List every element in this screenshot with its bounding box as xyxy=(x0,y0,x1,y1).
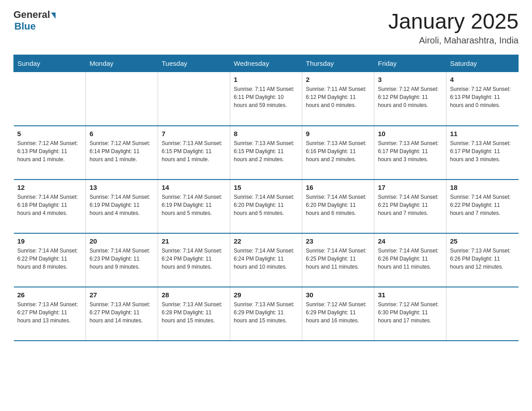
calendar-cell: 29Sunrise: 7:13 AM Sunset: 6:29 PM Dayli… xyxy=(230,287,302,341)
day-number: 1 xyxy=(234,76,298,83)
weekday-header-sunday: Sunday xyxy=(14,55,86,72)
day-info: Sunrise: 7:13 AM Sunset: 6:26 PM Dayligh… xyxy=(450,247,515,271)
calendar-cell: 4Sunrise: 7:12 AM Sunset: 6:13 PM Daylig… xyxy=(446,72,519,126)
day-number: 6 xyxy=(90,130,154,137)
day-info: Sunrise: 7:11 AM Sunset: 6:12 PM Dayligh… xyxy=(306,85,370,109)
day-info: Sunrise: 7:12 AM Sunset: 6:29 PM Dayligh… xyxy=(306,300,370,325)
calendar-cell: 19Sunrise: 7:14 AM Sunset: 6:22 PM Dayli… xyxy=(14,233,86,287)
calendar-cell: 20Sunrise: 7:14 AM Sunset: 6:23 PM Dayli… xyxy=(86,233,158,287)
calendar-cell: 3Sunrise: 7:12 AM Sunset: 6:12 PM Daylig… xyxy=(374,72,446,126)
day-number: 16 xyxy=(306,184,370,191)
calendar-cell: 24Sunrise: 7:14 AM Sunset: 6:26 PM Dayli… xyxy=(374,233,446,287)
calendar-cell xyxy=(86,72,158,126)
weekday-header-wednesday: Wednesday xyxy=(230,55,302,72)
day-number: 9 xyxy=(306,130,370,137)
day-info: Sunrise: 7:13 AM Sunset: 6:15 PM Dayligh… xyxy=(162,139,226,163)
calendar-cell: 28Sunrise: 7:13 AM Sunset: 6:28 PM Dayli… xyxy=(158,287,230,341)
day-number: 11 xyxy=(450,130,515,137)
day-info: Sunrise: 7:13 AM Sunset: 6:15 PM Dayligh… xyxy=(234,139,298,163)
day-info: Sunrise: 7:13 AM Sunset: 6:29 PM Dayligh… xyxy=(234,300,298,325)
day-number: 7 xyxy=(162,130,226,137)
day-number: 23 xyxy=(306,237,370,245)
day-number: 13 xyxy=(90,184,154,191)
day-number: 26 xyxy=(17,291,82,299)
day-info: Sunrise: 7:14 AM Sunset: 6:20 PM Dayligh… xyxy=(234,193,298,217)
day-number: 17 xyxy=(378,184,442,191)
calendar-cell: 21Sunrise: 7:14 AM Sunset: 6:24 PM Dayli… xyxy=(158,233,230,287)
day-info: Sunrise: 7:14 AM Sunset: 6:25 PM Dayligh… xyxy=(306,247,370,271)
day-number: 28 xyxy=(162,291,226,299)
day-info: Sunrise: 7:12 AM Sunset: 6:13 PM Dayligh… xyxy=(450,85,515,109)
calendar-cell: 14Sunrise: 7:14 AM Sunset: 6:19 PM Dayli… xyxy=(158,180,230,233)
day-info: Sunrise: 7:14 AM Sunset: 6:19 PM Dayligh… xyxy=(90,193,154,217)
logo-blue-text: Blue xyxy=(14,21,36,32)
weekday-header-saturday: Saturday xyxy=(446,55,519,72)
calendar-cell xyxy=(14,72,86,126)
week-row-1: 1Sunrise: 7:11 AM Sunset: 6:11 PM Daylig… xyxy=(14,72,519,126)
calendar-cell: 2Sunrise: 7:11 AM Sunset: 6:12 PM Daylig… xyxy=(302,72,374,126)
calendar-cell: 5Sunrise: 7:12 AM Sunset: 6:13 PM Daylig… xyxy=(14,126,86,180)
day-info: Sunrise: 7:14 AM Sunset: 6:26 PM Dayligh… xyxy=(378,247,442,271)
day-number: 2 xyxy=(306,76,370,83)
logo: General Blue xyxy=(13,9,56,32)
day-number: 3 xyxy=(378,76,442,83)
day-info: Sunrise: 7:12 AM Sunset: 6:14 PM Dayligh… xyxy=(90,139,154,163)
day-info: Sunrise: 7:13 AM Sunset: 6:16 PM Dayligh… xyxy=(306,139,370,163)
day-number: 10 xyxy=(378,130,442,137)
day-info: Sunrise: 7:14 AM Sunset: 6:19 PM Dayligh… xyxy=(162,193,226,217)
calendar-cell: 13Sunrise: 7:14 AM Sunset: 6:19 PM Dayli… xyxy=(86,180,158,233)
day-number: 14 xyxy=(162,184,226,191)
day-info: Sunrise: 7:14 AM Sunset: 6:24 PM Dayligh… xyxy=(234,247,298,271)
day-number: 19 xyxy=(17,237,82,245)
calendar-cell: 30Sunrise: 7:12 AM Sunset: 6:29 PM Dayli… xyxy=(302,287,374,341)
calendar-cell xyxy=(446,287,519,341)
day-info: Sunrise: 7:14 AM Sunset: 6:22 PM Dayligh… xyxy=(17,247,82,271)
calendar-subtitle: Airoli, Maharashtra, India xyxy=(388,35,519,46)
calendar-cell: 6Sunrise: 7:12 AM Sunset: 6:14 PM Daylig… xyxy=(86,126,158,180)
day-number: 18 xyxy=(450,184,515,191)
day-info: Sunrise: 7:14 AM Sunset: 6:21 PM Dayligh… xyxy=(378,193,442,217)
day-number: 31 xyxy=(378,291,442,299)
calendar-cell: 31Sunrise: 7:12 AM Sunset: 6:30 PM Dayli… xyxy=(374,287,446,341)
calendar-cell: 23Sunrise: 7:14 AM Sunset: 6:25 PM Dayli… xyxy=(302,233,374,287)
calendar-cell: 25Sunrise: 7:13 AM Sunset: 6:26 PM Dayli… xyxy=(446,233,519,287)
week-row-5: 26Sunrise: 7:13 AM Sunset: 6:27 PM Dayli… xyxy=(14,287,519,341)
calendar-cell: 22Sunrise: 7:14 AM Sunset: 6:24 PM Dayli… xyxy=(230,233,302,287)
week-row-3: 12Sunrise: 7:14 AM Sunset: 6:18 PM Dayli… xyxy=(14,180,519,233)
calendar-cell: 18Sunrise: 7:14 AM Sunset: 6:22 PM Dayli… xyxy=(446,180,519,233)
day-number: 8 xyxy=(234,130,298,137)
calendar-cell xyxy=(158,72,230,126)
weekday-header-thursday: Thursday xyxy=(302,55,374,72)
day-number: 12 xyxy=(17,184,82,191)
calendar-title: January 2025 xyxy=(388,9,519,34)
day-number: 27 xyxy=(90,291,154,299)
day-info: Sunrise: 7:14 AM Sunset: 6:22 PM Dayligh… xyxy=(450,193,515,217)
day-info: Sunrise: 7:13 AM Sunset: 6:28 PM Dayligh… xyxy=(162,300,226,325)
week-row-2: 5Sunrise: 7:12 AM Sunset: 6:13 PM Daylig… xyxy=(14,126,519,180)
day-info: Sunrise: 7:13 AM Sunset: 6:17 PM Dayligh… xyxy=(450,139,515,163)
weekday-header-tuesday: Tuesday xyxy=(158,55,230,72)
calendar-cell: 10Sunrise: 7:13 AM Sunset: 6:17 PM Dayli… xyxy=(374,126,446,180)
calendar-cell: 7Sunrise: 7:13 AM Sunset: 6:15 PM Daylig… xyxy=(158,126,230,180)
day-info: Sunrise: 7:13 AM Sunset: 6:27 PM Dayligh… xyxy=(17,300,82,325)
calendar-cell: 16Sunrise: 7:14 AM Sunset: 6:20 PM Dayli… xyxy=(302,180,374,233)
calendar-cell: 11Sunrise: 7:13 AM Sunset: 6:17 PM Dayli… xyxy=(446,126,519,180)
day-info: Sunrise: 7:14 AM Sunset: 6:23 PM Dayligh… xyxy=(90,247,154,271)
day-info: Sunrise: 7:14 AM Sunset: 6:20 PM Dayligh… xyxy=(306,193,370,217)
logo-arrow-icon xyxy=(51,13,56,19)
weekday-header-monday: Monday xyxy=(86,55,158,72)
calendar-table: SundayMondayTuesdayWednesdayThursdayFrid… xyxy=(13,55,519,341)
day-number: 24 xyxy=(378,237,442,245)
calendar-cell: 27Sunrise: 7:13 AM Sunset: 6:27 PM Dayli… xyxy=(86,287,158,341)
calendar-cell: 26Sunrise: 7:13 AM Sunset: 6:27 PM Dayli… xyxy=(14,287,86,341)
day-number: 22 xyxy=(234,237,298,245)
day-info: Sunrise: 7:13 AM Sunset: 6:17 PM Dayligh… xyxy=(378,139,442,163)
day-number: 21 xyxy=(162,237,226,245)
weekday-header-friday: Friday xyxy=(374,55,446,72)
calendar-cell: 1Sunrise: 7:11 AM Sunset: 6:11 PM Daylig… xyxy=(230,72,302,126)
day-info: Sunrise: 7:12 AM Sunset: 6:12 PM Dayligh… xyxy=(378,85,442,109)
day-number: 20 xyxy=(90,237,154,245)
calendar-cell: 15Sunrise: 7:14 AM Sunset: 6:20 PM Dayli… xyxy=(230,180,302,233)
page-header: General Blue January 2025 Airoli, Mahara… xyxy=(13,9,519,46)
day-number: 29 xyxy=(234,291,298,299)
